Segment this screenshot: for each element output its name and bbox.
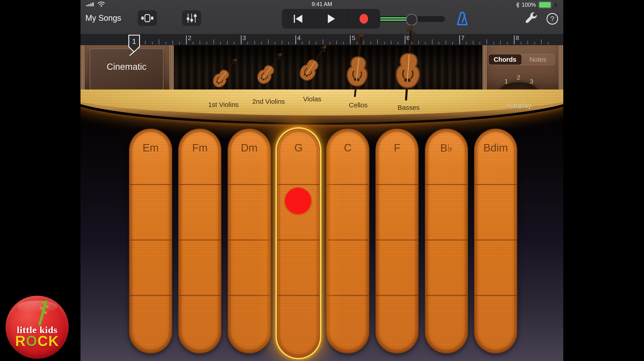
stage-section-label: Cellos xyxy=(349,101,368,109)
wrench-icon xyxy=(524,12,538,26)
svg-text:?: ? xyxy=(550,15,554,23)
settings-wrench-button[interactable] xyxy=(524,12,538,26)
record-button[interactable] xyxy=(348,9,380,29)
strip-segment-divider xyxy=(228,184,270,185)
strip-segment-divider xyxy=(278,295,319,296)
ruler-tick xyxy=(446,41,446,44)
playhead-measure-number: 1 xyxy=(132,37,136,46)
chord-strip-f[interactable]: F xyxy=(376,128,418,354)
ruler-tick xyxy=(179,42,180,44)
strip-segment-divider xyxy=(376,184,418,185)
controls-button[interactable] xyxy=(182,10,201,26)
playhead-marker[interactable]: 1 xyxy=(128,34,142,56)
stage-section-label: Violas xyxy=(303,95,321,103)
ruler-tick xyxy=(275,42,275,44)
measure-number: 2 xyxy=(188,34,192,42)
help-button[interactable]: ? xyxy=(546,12,558,25)
record-icon xyxy=(358,14,369,24)
ruler-tick xyxy=(296,35,296,44)
strip-segment-divider xyxy=(179,240,221,241)
chord-strip-em[interactable]: Em xyxy=(129,128,172,354)
ruler-tick xyxy=(159,39,159,44)
strip-inner-border xyxy=(279,131,318,356)
preset-name: Cinematic xyxy=(107,62,146,72)
toolbar: 9:41 AM 100% My Songs xyxy=(80,0,563,34)
strip-segment-divider xyxy=(130,295,172,296)
ruler-tick xyxy=(145,41,146,44)
ruler-tick xyxy=(486,39,487,44)
ruler-tick xyxy=(193,42,194,44)
play-button[interactable] xyxy=(314,9,348,29)
ruler-tick xyxy=(432,39,432,44)
ruler-tick xyxy=(343,42,344,44)
stage-section-label: 1st Violins xyxy=(208,101,238,108)
ruler-tick xyxy=(452,42,453,44)
tab-chords[interactable]: Chords xyxy=(488,54,522,65)
ruler-tick xyxy=(330,42,330,44)
volume-level-fill xyxy=(380,17,409,21)
stage-scene: Cinematic Chords Notes Off1234 Autoplay xyxy=(80,45,563,126)
track-view-icon xyxy=(140,13,154,23)
ruler-tick xyxy=(391,41,391,44)
ruler-tick xyxy=(214,39,214,44)
chord-strip-g[interactable]: G xyxy=(277,128,320,358)
ruler-tick xyxy=(234,42,234,44)
chord-label: Em xyxy=(129,142,172,154)
chord-label: Bdim xyxy=(474,142,517,154)
play-icon xyxy=(326,14,336,24)
ruler-tick xyxy=(459,35,460,44)
chord-label: C xyxy=(326,142,370,154)
chord-label: B♭ xyxy=(425,142,468,154)
ruler-tick xyxy=(152,42,152,44)
charging-bolt-icon xyxy=(554,2,558,8)
chord-strip-bdim[interactable]: Bdim xyxy=(474,128,517,354)
stage-section-label: Basses xyxy=(398,104,420,112)
ruler-tick xyxy=(377,39,378,44)
strip-segment-divider xyxy=(228,240,270,241)
bluetooth-icon xyxy=(516,2,520,8)
strip-segment-divider xyxy=(130,184,172,185)
status-bar: 9:41 AM 100% xyxy=(80,0,563,8)
strip-segment-divider xyxy=(179,295,221,296)
ruler-tick xyxy=(548,42,548,44)
strip-segment-divider xyxy=(376,240,418,241)
ruler-tick xyxy=(172,41,173,44)
rewind-button[interactable] xyxy=(282,9,314,29)
little-kids-rock-logo: little kids ROCK xyxy=(6,296,69,359)
ruler-tick xyxy=(439,42,439,44)
ruler-tick xyxy=(166,42,166,44)
chord-strip-c[interactable]: C xyxy=(326,128,370,354)
metronome-icon xyxy=(455,12,469,26)
metronome-button[interactable] xyxy=(455,12,469,26)
measure-number: 3 xyxy=(242,34,246,42)
instrument-4 xyxy=(392,23,425,102)
chord-strip-dm[interactable]: Dm xyxy=(228,128,271,354)
ruler-tick xyxy=(507,42,508,44)
chord-strip-bb[interactable]: B♭ xyxy=(425,128,468,354)
strip-segment-divider xyxy=(376,295,418,296)
preset-card[interactable]: Cinematic xyxy=(90,48,164,94)
track-view-button[interactable] xyxy=(138,10,157,26)
strip-segment-divider xyxy=(426,240,467,241)
my-songs-button[interactable]: My Songs xyxy=(86,14,121,23)
ruler-tick xyxy=(521,42,521,44)
battery-percent: 100% xyxy=(522,2,536,8)
strip-inner-border xyxy=(329,131,367,351)
status-right-cluster: 100% xyxy=(516,1,558,8)
chord-strip-fm[interactable]: Fm xyxy=(178,128,222,354)
help-icon: ? xyxy=(546,12,558,25)
tab-notes[interactable]: Notes xyxy=(522,54,554,65)
autoplay-option-2[interactable]: 2 xyxy=(517,74,520,81)
instrument-1 xyxy=(259,48,278,93)
autoplay-option-3[interactable]: 3 xyxy=(530,78,533,85)
ruler-tick xyxy=(541,39,542,44)
ruler-tick xyxy=(466,42,466,44)
strip-segment-divider xyxy=(278,184,319,185)
strip-inner-border xyxy=(132,131,170,351)
autoplay-option-1[interactable]: 1 xyxy=(504,78,508,85)
battery-icon xyxy=(538,1,552,8)
ruler-tick xyxy=(514,35,514,44)
strip-segment-divider xyxy=(475,240,516,241)
strip-inner-border xyxy=(230,131,268,351)
strip-inner-border xyxy=(181,131,219,351)
